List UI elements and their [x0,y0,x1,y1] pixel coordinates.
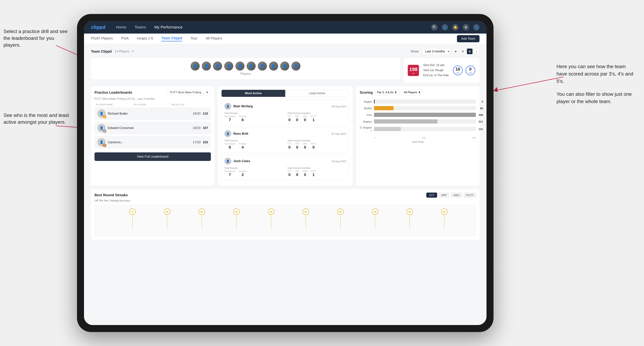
streak-dot-group: 6x [198,208,205,229]
total-rounds-group-2: Total Rounds Tournament 8 Practice 4 [224,139,283,150]
period-select[interactable]: Last 3 months [422,48,450,54]
subnav-hcaps[interactable]: Hcaps 1-5 [137,36,153,41]
scoring-title: Scoring [360,91,372,95]
streak-filter-putt[interactable]: PUTT [464,192,476,198]
player-avatar-10[interactable]: 👤 [292,61,300,71]
streak-dot: 7x [129,208,136,215]
nav-my-performance[interactable]: My Performance [154,25,182,29]
app-val-1: 0 [295,118,299,122]
streak-line [236,215,236,229]
total-practice-group: Total Practice Activities OTT 0 APP 0 [287,112,346,122]
streak-dot: 6x [198,208,205,215]
user-icon[interactable]: 👤 [442,24,448,30]
bell-icon[interactable]: 🔔 [452,24,458,30]
bar-label: Bogeys [360,120,372,123]
streak-filter-arg[interactable]: ARG [451,192,462,198]
show-label: Show: [410,50,419,53]
subnav-pga[interactable]: PGA [121,36,128,41]
streaks-title: Best Round Streaks [94,193,128,197]
list-view-icon[interactable]: ☰ [460,49,466,54]
x-axis: 0 200 400 [360,136,476,139]
leaderboards-column-headers: PLAYER NAME PB SCORE PB AVG SQ [94,103,211,106]
bar-label: Birdies [360,107,372,110]
lb-score-2: 18/20 [193,126,200,130]
subnav-pgat[interactable]: PGAT Players [91,36,113,41]
streak-line [202,215,202,229]
shot-dist-label: Shot Dist: 16 yds [423,63,449,68]
nav-teams[interactable]: Teams [134,25,146,29]
panels-row: Practice Leaderboards PUTT Must Make Put… [91,86,480,185]
settings-icon[interactable]: ⚙ [463,24,469,30]
arg-val-2: 0 [303,145,307,150]
bar-value: 311 [478,120,483,123]
total-rounds-group-3: Total Rounds Tournament 7 Practice 2 [224,167,283,177]
tournament-col-2: Tournament 8 [224,143,235,150]
player-avatar-7[interactable]: 👤 [258,61,267,71]
bar-value: 96 [480,107,483,110]
activity-player-header-2: 👤 Rees Britt 02 Sep 2023 [224,130,346,137]
scoring-bar-chart: Eagles 3 Birdies 96 Pars 499 Bogeys 311 [360,98,476,136]
add-team-button[interactable]: Add Team [457,35,480,42]
subnav-tour[interactable]: Tour [190,36,198,41]
bar-container: 499 [374,113,476,117]
putt-col-3: PUTT 1 [311,170,316,177]
tournament-val-3: 7 [224,173,235,177]
annotation-top-left-text: Select a practice drill and see the lead… [4,29,68,48]
putt-val-3: 1 [311,173,316,177]
arg-col: ARG 0 [303,115,307,122]
bar-fill [374,106,394,110]
avatar-icon[interactable]: 👤 [473,24,480,30]
annotation-bottom-left-text: See who is the most and least active amo… [4,113,69,125]
sort-icon[interactable]: ↕ [474,49,480,54]
navbar: clippd Home Teams My Performance 🔍 👤 🔔 ⚙… [84,21,486,33]
view-icons: ⊞ ☰ ⊠ ↕ [453,49,480,54]
subnav-team-clippd[interactable]: Team Clippd [161,36,182,41]
bar-label: Eagles [360,100,372,103]
player-avatar-4[interactable]: 👤 [224,61,233,71]
total-rounds-row: Tournament 7 Practice 6 [224,115,283,122]
player-avatar-5[interactable]: 👤 [235,61,244,71]
shot-dist-unit: sc [412,72,414,74]
tab-least-active[interactable]: Least Active [285,90,349,97]
streaks-chart: 7x 6x 6x 5x 5x 4x 4x 4x 3x 3x [94,205,476,236]
nav-home[interactable]: Home [116,25,126,29]
player-avatar-3[interactable]: 👤 [213,61,222,71]
arg-col-2: ARG 0 [303,143,307,150]
tab-most-active[interactable]: Most Active [222,90,285,97]
edit-icon[interactable]: ✏ [132,49,134,53]
app-val-2: 0 [295,145,299,150]
ott-val-3: 0 [287,173,292,177]
start-lie-label: Start Lie: Rough [423,68,449,73]
streak-dot-group: 5x [268,208,274,229]
grid-view-icon[interactable]: ⊞ [453,49,458,54]
card-view-icon[interactable]: ⊠ [467,49,472,54]
ott-val-1: 0 [287,118,292,122]
practice-val-3: 2 [239,173,246,177]
leaderboards-header: Practice Leaderboards PUTT Must Make Put… [94,90,211,95]
practice-activities-row-2: OTT 0 APP 0 ARG 0 [287,143,346,150]
streak-filter-ott[interactable]: OTT [426,192,437,198]
practice-activities-row: OTT 0 APP 0 ARG 0 [287,115,346,122]
player-avatar-9[interactable]: 👤 [280,61,289,71]
streak-dot: 4x [302,208,309,215]
view-full-leaderboard-button[interactable]: View Full Leaderboard [94,152,211,161]
scoring-header: Scoring Par 3, 4 & 5s ▼ All Players ▼ [360,90,476,95]
subnav-all-players[interactable]: All Players [206,36,222,41]
streak-line [167,215,167,229]
leaderboards-dropdown[interactable]: PUTT Must Make Putting ... ▼ [168,90,211,95]
player-avatar-2[interactable]: 👤 [202,61,211,71]
activity-player-name-3: Josh Coles [234,159,330,163]
leaderboards-subtitle: PUTT Must Make Putting (3-6 ft), Last 3 … [94,97,211,100]
player-avatar-8[interactable]: 👤 [269,61,278,71]
activity-player-name-1: Blair McHarg [234,105,330,108]
ott-val-2: 0 [287,145,292,150]
streak-filter-app[interactable]: APP [438,192,450,198]
activity-stats-2: Total Rounds Tournament 8 Practice 4 [224,139,346,150]
list-item: 👤 Rees Britt 02 Sep 2023 Total Rounds To… [222,127,349,153]
player-avatars: 👤 👤 👤 👤 👤 👤 👤 👤 👤 👤 [190,61,300,71]
player-avatar-6[interactable]: 👤 [246,61,256,71]
player-avatar-1[interactable]: 👤 [190,61,200,71]
scoring-players-filter[interactable]: All Players ▼ [402,90,423,95]
scoring-par-filter[interactable]: Par 3, 4 & 5s ▼ [375,90,399,95]
search-icon[interactable]: 🔍 [431,24,438,30]
